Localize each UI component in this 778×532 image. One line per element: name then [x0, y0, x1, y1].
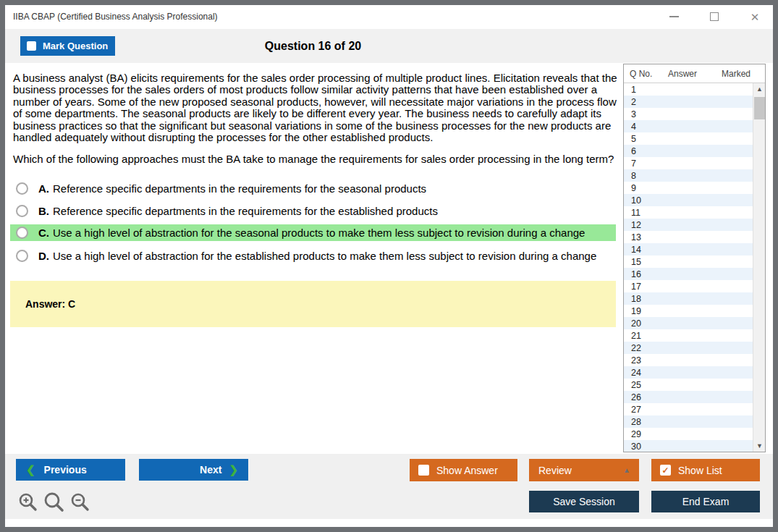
radio-option-c[interactable] [16, 227, 28, 239]
show-answer-button[interactable]: Show Answer [410, 459, 517, 481]
radio-option-b[interactable] [16, 205, 28, 217]
show-list-label: Show List [678, 465, 722, 476]
question-list-row[interactable]: 9 [624, 182, 753, 194]
question-list-row[interactable]: 13 [624, 231, 753, 243]
row-qno: 19 [631, 306, 656, 316]
header-band: Question 16 of 20 Mark Question [5, 29, 773, 63]
app-window: IIBA CBAP (Certified Business Analysis P… [5, 5, 773, 527]
question-list-row[interactable]: 17 [624, 280, 753, 292]
show-answer-label: Show Answer [436, 465, 498, 476]
question-list-row[interactable]: 8 [624, 169, 753, 182]
close-icon: ✕ [750, 12, 760, 22]
maximize-icon [710, 12, 719, 21]
row-qno: 13 [631, 232, 656, 242]
question-list-row[interactable]: 3 [624, 108, 753, 120]
row-qno: 3 [631, 109, 656, 119]
row-qno: 12 [631, 220, 656, 230]
question-list-row[interactable]: 22 [624, 342, 753, 354]
row-qno: 10 [631, 195, 656, 206]
previous-label: Previous [44, 464, 87, 476]
column-header-qno: Q No. [630, 69, 652, 79]
question-list-row[interactable]: 21 [624, 329, 753, 342]
question-list-row[interactable]: 4 [624, 120, 753, 132]
question-list-rows: 1234567891011121314151617181920212223242… [624, 83, 753, 452]
row-qno: 27 [631, 405, 656, 415]
zoom-toolbar [18, 491, 90, 513]
question-list-row[interactable]: 25 [624, 379, 753, 391]
question-list-row[interactable]: 5 [624, 132, 753, 145]
question-list-row[interactable]: 10 [624, 194, 753, 206]
mark-question-button[interactable]: Mark Question [20, 36, 115, 56]
radio-option-a[interactable] [16, 182, 28, 195]
answer-option-d[interactable]: D. Use a high level of abstraction for t… [10, 248, 616, 264]
row-qno: 15 [631, 257, 656, 267]
row-qno: 6 [631, 146, 656, 156]
show-list-button[interactable]: ✓ Show List [651, 459, 760, 481]
row-qno: 24 [631, 368, 656, 378]
column-header-marked: Marked [722, 69, 750, 79]
review-dropdown-button[interactable]: Review ▲ [529, 459, 639, 481]
row-qno: 1 [631, 85, 656, 95]
zoom-out-icon[interactable] [70, 492, 90, 512]
question-list-row[interactable]: 11 [624, 206, 753, 219]
question-list-row[interactable]: 1 [624, 83, 753, 96]
option-text: Reference specific departments in the re… [53, 205, 438, 217]
question-list-row[interactable]: 12 [624, 219, 753, 231]
question-list-row[interactable]: 15 [624, 256, 753, 268]
show-list-checkbox-icon: ✓ [660, 465, 671, 476]
mark-question-checkbox-icon [27, 41, 36, 51]
question-list-row[interactable]: 30 [624, 440, 753, 452]
row-qno: 17 [631, 282, 656, 292]
question-list-row[interactable]: 27 [624, 403, 753, 415]
question-prompt-text: Which of the following approaches must t… [13, 153, 618, 165]
question-list-row[interactable]: 7 [624, 157, 753, 169]
end-exam-button[interactable]: End Exam [651, 491, 760, 512]
window-title: IIBA CBAP (Certified Business Analysis P… [13, 12, 218, 22]
scrollbar-thumb[interactable] [754, 97, 765, 119]
minimize-button[interactable] [664, 8, 683, 25]
screen: IIBA CBAP (Certified Business Analysis P… [0, 0, 778, 532]
question-list-row[interactable]: 16 [624, 268, 753, 280]
row-qno: 29 [631, 429, 656, 439]
radio-option-d[interactable] [16, 250, 28, 262]
option-text: Reference specific departments in the re… [53, 182, 426, 195]
question-list-row[interactable]: 2 [624, 96, 753, 108]
question-scenario-text: A business analyst (BA) elicits requirem… [13, 72, 618, 143]
zoom-in-icon[interactable] [18, 492, 38, 512]
question-list-row[interactable]: 19 [624, 305, 753, 317]
question-list-row[interactable]: 29 [624, 428, 753, 440]
question-list-row[interactable]: 28 [624, 415, 753, 428]
scrollbar-up-icon[interactable]: ▲ [753, 83, 766, 95]
question-list-row[interactable]: 14 [624, 243, 753, 256]
review-label: Review [538, 465, 572, 476]
question-list-row[interactable]: 18 [624, 292, 753, 305]
triangle-up-icon: ▲ [623, 466, 630, 474]
column-header-answer: Answer [668, 69, 697, 79]
answer-option-a[interactable]: A. Reference specific departments in the… [10, 180, 616, 197]
question-list-header: Q No. Answer Marked [624, 64, 765, 83]
row-qno: 21 [631, 331, 656, 341]
row-qno: 18 [631, 294, 656, 304]
chevron-right-icon: ❯ [229, 463, 238, 476]
question-list-scrollbar[interactable]: ▲ ▼ [753, 83, 765, 452]
answer-label: Answer: C [25, 298, 75, 310]
option-text: Use a high level of abstraction for the … [53, 250, 596, 262]
question-list-row[interactable]: 26 [624, 391, 753, 403]
footer-bar: ❮ Previous Next ❯ [5, 454, 773, 519]
previous-button[interactable]: ❮ Previous [16, 459, 125, 481]
question-list-row[interactable]: 23 [624, 354, 753, 366]
minimize-icon [669, 16, 679, 17]
scrollbar-down-icon[interactable]: ▼ [753, 440, 766, 452]
next-button[interactable]: Next ❯ [139, 459, 248, 481]
option-letter: A. [38, 182, 49, 195]
question-list-row[interactable]: 20 [624, 317, 753, 329]
question-list-row[interactable]: 24 [624, 366, 753, 379]
row-qno: 9 [631, 183, 656, 193]
answer-option-b[interactable]: B. Reference specific departments in the… [10, 203, 616, 219]
question-list-row[interactable]: 6 [624, 145, 753, 157]
save-session-button[interactable]: Save Session [529, 491, 639, 512]
close-button[interactable]: ✕ [745, 8, 764, 25]
magnifier-icon[interactable] [43, 491, 65, 513]
maximize-button[interactable] [705, 8, 724, 25]
answer-option-c-highlighted[interactable]: C. Use a high level of abstraction for t… [10, 224, 616, 241]
